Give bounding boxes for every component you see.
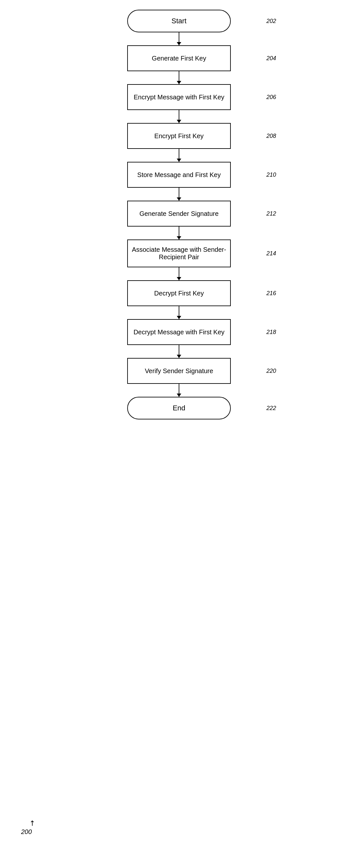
node-208: Encrypt First Key <box>127 123 231 149</box>
node-label-208: 208 <box>266 133 276 140</box>
arrow-2 <box>179 71 179 84</box>
node-218: Decrypt Message with First Key <box>127 319 231 345</box>
node-wrapper-204: Generate First Key 204 <box>101 45 257 71</box>
node-wrapper-208: Encrypt First Key 208 <box>101 123 257 149</box>
arrow-9 <box>179 345 179 358</box>
node-216-label: Decrypt First Key <box>154 290 204 297</box>
node-wrapper-end: End 222 <box>101 397 257 420</box>
node-206: Encrypt Message with First Key <box>127 84 231 110</box>
node-end-label: End <box>173 404 185 412</box>
node-214: Associate Message with Sender-Recipient … <box>127 240 231 267</box>
node-210-label: Store Message and First Key <box>137 171 221 179</box>
node-210: Store Message and First Key <box>127 162 231 188</box>
arrow-8 <box>179 306 179 319</box>
arrow-5 <box>179 188 179 200</box>
node-208-label: Encrypt First Key <box>154 132 204 140</box>
node-wrapper-212: Generate Sender Signature 212 <box>101 200 257 226</box>
node-218-label: Decrypt Message with First Key <box>133 329 224 336</box>
node-wrapper-206: Encrypt Message with First Key 206 <box>101 84 257 110</box>
node-label-214: 214 <box>266 250 276 257</box>
arrow-6 <box>179 226 179 240</box>
node-wrapper-start: Start 202 <box>101 10 257 32</box>
node-wrapper-210: Store Message and First Key 210 <box>101 162 257 188</box>
arrow-3 <box>179 110 179 123</box>
node-216: Decrypt First Key <box>127 280 231 306</box>
node-start-label: Start <box>172 17 186 25</box>
node-label-222: 222 <box>266 405 276 412</box>
node-start: Start <box>127 10 231 32</box>
node-label-220: 220 <box>266 368 276 374</box>
node-wrapper-214: Associate Message with Sender-Recipient … <box>101 240 257 267</box>
node-wrapper-220: Verify Sender Signature 220 <box>101 358 257 384</box>
node-label-204: 204 <box>266 55 276 62</box>
flowchart: Start 202 Generate First Key 204 Encrypt… <box>101 10 257 420</box>
diagram-id: 200 <box>21 828 32 836</box>
node-204: Generate First Key <box>127 45 231 71</box>
flowchart-diagram: Start 202 Generate First Key 204 Encrypt… <box>0 0 358 868</box>
node-label-202: 202 <box>266 18 276 25</box>
arrow-1 <box>179 32 179 45</box>
arrow-7 <box>179 267 179 280</box>
node-label-216: 216 <box>266 290 276 297</box>
node-204-label: Generate First Key <box>152 55 206 62</box>
node-label-210: 210 <box>266 172 276 178</box>
node-220: Verify Sender Signature <box>127 358 231 384</box>
node-end: End <box>127 397 231 420</box>
node-label-218: 218 <box>266 329 276 336</box>
node-212: Generate Sender Signature <box>127 200 231 226</box>
node-220-label: Verify Sender Signature <box>145 367 213 375</box>
node-label-212: 212 <box>266 210 276 217</box>
node-wrapper-218: Decrypt Message with First Key 218 <box>101 319 257 345</box>
arrow-4 <box>179 149 179 162</box>
diagram-id-value: 200 <box>21 828 32 835</box>
node-label-206: 206 <box>266 94 276 101</box>
node-214-label: Associate Message with Sender-Recipient … <box>132 246 226 261</box>
arrow-10 <box>179 384 179 397</box>
node-212-label: Generate Sender Signature <box>140 210 219 217</box>
node-wrapper-216: Decrypt First Key 216 <box>101 280 257 306</box>
node-206-label: Encrypt Message with First Key <box>134 94 224 101</box>
diagram-id-arrow: ↗ <box>27 818 37 828</box>
